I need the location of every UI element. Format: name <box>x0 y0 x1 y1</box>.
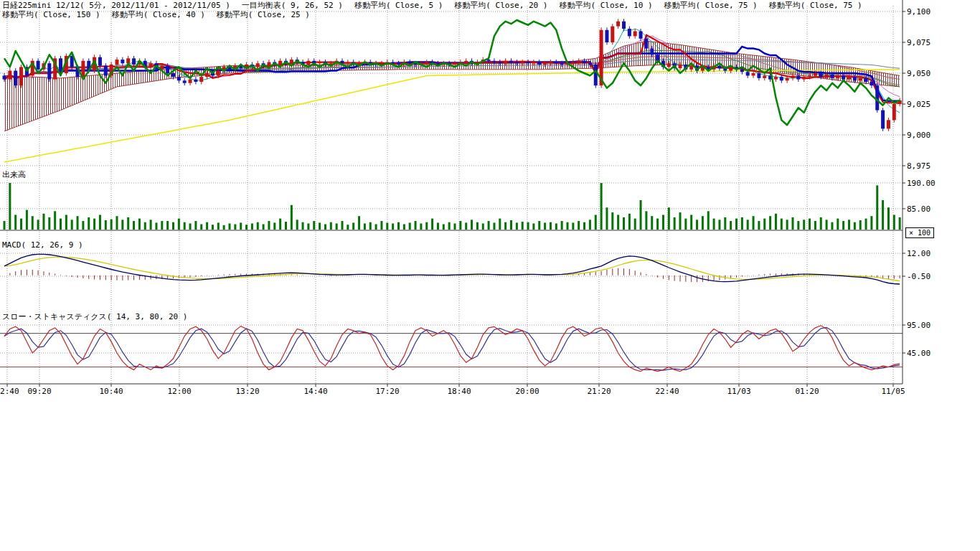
x-axis-label: 13:20 <box>235 387 259 396</box>
x-axis-label: 18:40 <box>447 387 471 396</box>
x-axis-label: 12:00 <box>167 387 191 396</box>
indicator-label: 移動平均( Close, 20 ) <box>454 1 547 10</box>
indicator-label: 一目均衡表( 9, 26, 52 ) <box>242 1 343 10</box>
y-axis-labels: 9,1009,0759,0509,0259,0008,975190.0085.0… <box>907 7 936 358</box>
y-axis-label: 9,000 <box>907 131 930 140</box>
x-axis-labels: 02:4009:2010:4012:0013:2014:4017:2018:40… <box>0 387 905 396</box>
x-axis-label: 01:20 <box>795 387 819 396</box>
x-axis-label: 20:00 <box>515 387 539 396</box>
x-axis-label: 11/05 <box>881 387 905 396</box>
x-axis-label: 21:20 <box>587 387 611 396</box>
y-axis-label: 45.00 <box>907 349 930 358</box>
x-axis-label: 02:40 <box>0 387 19 396</box>
macd-pane-label: MACD( 12, 26, 9 ) <box>2 241 83 250</box>
volume-multiplier-badge: × 100 <box>905 227 934 238</box>
x-axis-label: 11/03 <box>727 387 750 396</box>
indicator-label: 移動平均( Close, 25 ) <box>217 11 310 19</box>
x-axis-label: 22:40 <box>655 387 679 396</box>
y-axis-label: 190.00 <box>907 179 936 188</box>
indicator-label: 移動平均( Close, 75 ) <box>664 1 758 10</box>
chart-application-window: 日経225mini 12/12( 5分, 2012/11/01 - 2012/1… <box>0 0 980 551</box>
indicator-label: 移動平均( Close, 150 ) <box>2 11 100 19</box>
y-axis-label: 9,075 <box>907 38 930 47</box>
stoch-k-line <box>4 326 900 372</box>
indicator-header-line2: 移動平均( Close, 150 )移動平均( Close, 40 )移動平均(… <box>2 11 310 19</box>
indicator-label: 日経225mini 12/12( 5分, 2012/11/01 - 2012/1… <box>2 1 230 10</box>
y-axis-label: -0.50 <box>907 272 930 281</box>
indicator-label: 移動平均( Close, 75 ) <box>769 1 862 10</box>
indicator-label: 移動平均( Close, 5 ) <box>354 1 443 10</box>
y-axis-label: 9,025 <box>907 100 930 109</box>
indicator-header-line1: 日経225mini 12/12( 5分, 2012/11/01 - 2012/1… <box>2 1 862 10</box>
y-axis-label: 9,100 <box>907 7 930 17</box>
indicator-label: 移動平均( Close, 10 ) <box>559 1 652 10</box>
indicator-label: 移動平均( Close, 40 ) <box>112 11 205 19</box>
y-axis-label: 9,050 <box>907 69 930 78</box>
x-axis-label: 10:40 <box>99 387 123 396</box>
volume-pane-label: 出来高 <box>2 171 26 179</box>
y-axis-label: 95.00 <box>907 321 930 330</box>
y-axis-label: 85.00 <box>907 204 930 214</box>
y-axis-label: 8,975 <box>907 161 930 171</box>
chart-canvas[interactable]: 9,1009,0759,0509,0259,0008,975190.0085.0… <box>0 0 980 402</box>
x-axis-label: 14:40 <box>303 387 327 396</box>
x-axis-label: 17:20 <box>375 387 399 396</box>
y-axis-label: 12.00 <box>907 249 930 258</box>
volume-bars <box>4 183 901 230</box>
macd-line <box>4 254 900 284</box>
stochastics-pane-label: スロー・ストキャスティクス( 14, 3, 80, 20 ) <box>2 313 187 321</box>
x-axis-label: 09:20 <box>27 387 51 396</box>
